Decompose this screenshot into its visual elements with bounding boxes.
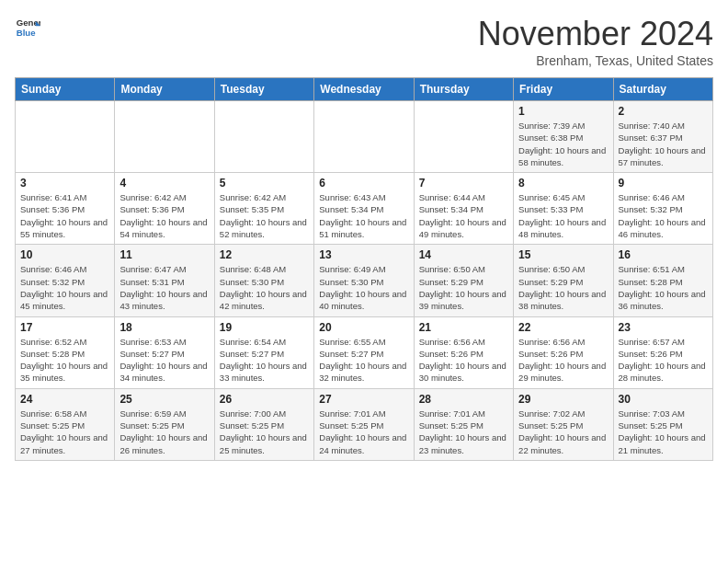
day-info: Sunrise: 6:46 AMSunset: 5:32 PMDaylight:… xyxy=(619,191,708,240)
day-number: 22 xyxy=(518,321,608,334)
day-number: 17 xyxy=(20,321,109,334)
day-info: Sunrise: 6:41 AMSunset: 5:36 PMDaylight:… xyxy=(20,191,109,240)
calendar-cell: 27Sunrise: 7:01 AMSunset: 5:25 PMDayligh… xyxy=(314,388,414,460)
calendar-cell: 14Sunrise: 6:50 AMSunset: 5:29 PMDayligh… xyxy=(414,245,513,316)
day-number: 30 xyxy=(619,393,708,406)
title-block: November 2024 Brenham, Texas, United Sta… xyxy=(478,15,713,68)
calendar-cell xyxy=(115,101,214,173)
calendar-cell xyxy=(16,101,115,173)
day-info: Sunrise: 6:50 AMSunset: 5:29 PMDaylight:… xyxy=(518,263,608,312)
page-header: General Blue November 2024 Brenham, Texa… xyxy=(15,15,713,68)
calendar-cell: 30Sunrise: 7:03 AMSunset: 5:25 PMDayligh… xyxy=(613,388,712,460)
day-number: 23 xyxy=(619,321,708,334)
day-number: 28 xyxy=(419,393,508,406)
day-info: Sunrise: 7:39 AMSunset: 6:38 PMDaylight:… xyxy=(518,120,608,168)
calendar-cell: 16Sunrise: 6:51 AMSunset: 5:28 PMDayligh… xyxy=(613,245,712,316)
calendar-cell: 7Sunrise: 6:44 AMSunset: 5:34 PMDaylight… xyxy=(414,173,513,245)
day-info: Sunrise: 7:01 AMSunset: 5:25 PMDaylight:… xyxy=(419,408,508,456)
day-number: 8 xyxy=(518,177,608,190)
calendar-cell: 25Sunrise: 6:59 AMSunset: 5:25 PMDayligh… xyxy=(115,388,214,460)
day-info: Sunrise: 6:53 AMSunset: 5:27 PMDaylight:… xyxy=(119,336,209,385)
calendar-cell: 23Sunrise: 6:57 AMSunset: 5:26 PMDayligh… xyxy=(613,316,712,388)
day-info: Sunrise: 6:43 AMSunset: 5:34 PMDaylight:… xyxy=(319,191,408,240)
calendar-cell: 15Sunrise: 6:50 AMSunset: 5:29 PMDayligh… xyxy=(514,245,613,316)
calendar-cell: 18Sunrise: 6:53 AMSunset: 5:27 PMDayligh… xyxy=(115,316,214,388)
calendar-cell: 3Sunrise: 6:41 AMSunset: 5:36 PMDaylight… xyxy=(16,173,115,245)
day-number: 19 xyxy=(220,321,309,334)
calendar-cell: 9Sunrise: 6:46 AMSunset: 5:32 PMDaylight… xyxy=(613,173,712,245)
calendar-week-3: 10Sunrise: 6:46 AMSunset: 5:32 PMDayligh… xyxy=(16,245,713,316)
day-number: 9 xyxy=(619,177,708,190)
calendar-week-1: 1Sunrise: 7:39 AMSunset: 6:38 PMDaylight… xyxy=(16,101,713,173)
day-info: Sunrise: 6:42 AMSunset: 5:35 PMDaylight:… xyxy=(220,191,309,240)
day-info: Sunrise: 7:03 AMSunset: 5:25 PMDaylight:… xyxy=(619,408,708,456)
day-info: Sunrise: 6:50 AMSunset: 5:29 PMDaylight:… xyxy=(419,263,508,312)
logo: General Blue xyxy=(15,15,40,40)
calendar-cell: 22Sunrise: 6:56 AMSunset: 5:26 PMDayligh… xyxy=(514,316,613,388)
day-info: Sunrise: 6:45 AMSunset: 5:33 PMDaylight:… xyxy=(518,191,608,240)
day-info: Sunrise: 7:40 AMSunset: 6:37 PMDaylight:… xyxy=(619,120,708,168)
day-number: 2 xyxy=(619,105,708,118)
day-number: 14 xyxy=(419,248,508,261)
day-number: 29 xyxy=(518,393,608,406)
calendar-cell: 6Sunrise: 6:43 AMSunset: 5:34 PMDaylight… xyxy=(314,173,414,245)
location: Brenham, Texas, United States xyxy=(478,53,713,68)
calendar-cell: 26Sunrise: 7:00 AMSunset: 5:25 PMDayligh… xyxy=(214,388,313,460)
day-info: Sunrise: 6:56 AMSunset: 5:26 PMDaylight:… xyxy=(518,336,608,385)
day-number: 6 xyxy=(319,177,408,190)
day-number: 15 xyxy=(518,248,608,261)
day-number: 11 xyxy=(119,248,209,261)
day-number: 10 xyxy=(20,248,109,261)
calendar-cell: 10Sunrise: 6:46 AMSunset: 5:32 PMDayligh… xyxy=(16,245,115,316)
calendar-cell: 1Sunrise: 7:39 AMSunset: 6:38 PMDaylight… xyxy=(514,101,613,173)
calendar-cell: 8Sunrise: 6:45 AMSunset: 5:33 PMDaylight… xyxy=(514,173,613,245)
day-number: 18 xyxy=(119,321,209,334)
day-info: Sunrise: 6:58 AMSunset: 5:25 PMDaylight:… xyxy=(20,408,109,456)
day-number: 25 xyxy=(119,393,209,406)
calendar-cell: 20Sunrise: 6:55 AMSunset: 5:27 PMDayligh… xyxy=(314,316,414,388)
calendar-week-5: 24Sunrise: 6:58 AMSunset: 5:25 PMDayligh… xyxy=(16,388,713,460)
calendar-cell xyxy=(214,101,313,173)
day-info: Sunrise: 6:47 AMSunset: 5:31 PMDaylight:… xyxy=(119,263,209,312)
day-info: Sunrise: 6:49 AMSunset: 5:30 PMDaylight:… xyxy=(319,263,408,312)
weekday-header-thursday: Thursday xyxy=(414,78,513,101)
day-number: 5 xyxy=(220,177,309,190)
weekday-header-friday: Friday xyxy=(514,78,613,101)
day-info: Sunrise: 6:55 AMSunset: 5:27 PMDaylight:… xyxy=(319,336,408,385)
day-number: 3 xyxy=(20,177,109,190)
calendar-table: SundayMondayTuesdayWednesdayThursdayFrid… xyxy=(15,77,713,461)
calendar-cell: 13Sunrise: 6:49 AMSunset: 5:30 PMDayligh… xyxy=(314,245,414,316)
calendar-cell: 11Sunrise: 6:47 AMSunset: 5:31 PMDayligh… xyxy=(115,245,214,316)
day-number: 1 xyxy=(518,105,608,118)
day-info: Sunrise: 6:52 AMSunset: 5:28 PMDaylight:… xyxy=(20,336,109,385)
weekday-header-sunday: Sunday xyxy=(16,78,115,101)
calendar-cell: 29Sunrise: 7:02 AMSunset: 5:25 PMDayligh… xyxy=(514,388,613,460)
day-number: 13 xyxy=(319,248,408,261)
day-info: Sunrise: 6:54 AMSunset: 5:27 PMDaylight:… xyxy=(220,336,309,385)
weekday-header-saturday: Saturday xyxy=(613,78,712,101)
day-number: 27 xyxy=(319,393,408,406)
day-number: 24 xyxy=(20,393,109,406)
day-number: 7 xyxy=(419,177,508,190)
day-number: 26 xyxy=(220,393,309,406)
weekday-header-monday: Monday xyxy=(115,78,214,101)
calendar-cell: 17Sunrise: 6:52 AMSunset: 5:28 PMDayligh… xyxy=(16,316,115,388)
day-number: 16 xyxy=(619,248,708,261)
day-info: Sunrise: 6:51 AMSunset: 5:28 PMDaylight:… xyxy=(619,263,708,312)
day-info: Sunrise: 6:56 AMSunset: 5:26 PMDaylight:… xyxy=(419,336,508,385)
day-number: 12 xyxy=(220,248,309,261)
calendar-week-2: 3Sunrise: 6:41 AMSunset: 5:36 PMDaylight… xyxy=(16,173,713,245)
calendar-cell: 5Sunrise: 6:42 AMSunset: 5:35 PMDaylight… xyxy=(214,173,313,245)
weekday-header-row: SundayMondayTuesdayWednesdayThursdayFrid… xyxy=(16,78,713,101)
day-number: 21 xyxy=(419,321,508,334)
day-info: Sunrise: 6:57 AMSunset: 5:26 PMDaylight:… xyxy=(619,336,708,385)
calendar-cell: 28Sunrise: 7:01 AMSunset: 5:25 PMDayligh… xyxy=(414,388,513,460)
day-info: Sunrise: 7:01 AMSunset: 5:25 PMDaylight:… xyxy=(319,408,408,456)
day-number: 20 xyxy=(319,321,408,334)
day-info: Sunrise: 6:59 AMSunset: 5:25 PMDaylight:… xyxy=(119,408,209,456)
calendar-cell: 4Sunrise: 6:42 AMSunset: 5:36 PMDaylight… xyxy=(115,173,214,245)
svg-text:Blue: Blue xyxy=(17,28,36,38)
day-info: Sunrise: 6:46 AMSunset: 5:32 PMDaylight:… xyxy=(20,263,109,312)
calendar-cell: 2Sunrise: 7:40 AMSunset: 6:37 PMDaylight… xyxy=(613,101,712,173)
day-info: Sunrise: 7:02 AMSunset: 5:25 PMDaylight:… xyxy=(518,408,608,456)
